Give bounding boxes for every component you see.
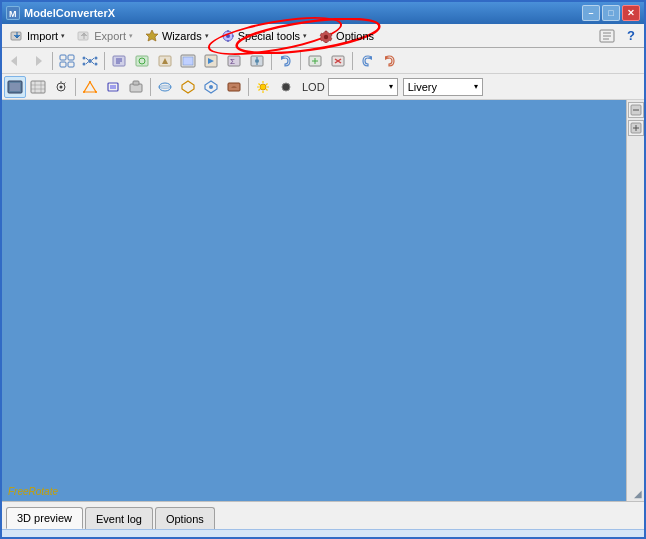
menu-right-btn1[interactable] (596, 25, 618, 47)
svg-rect-75 (110, 85, 116, 89)
tab-3d-preview-label: 3D preview (17, 512, 72, 524)
svg-point-71 (89, 81, 91, 83)
import-arrow: ▾ (61, 32, 65, 40)
menu-help-btn[interactable]: ? (620, 25, 642, 47)
view-btn-8[interactable] (177, 76, 199, 98)
export-label: Export (94, 30, 126, 42)
view-btn-5[interactable] (102, 76, 124, 98)
view-btn-6[interactable] (125, 76, 147, 98)
view-btn-1[interactable] (4, 76, 26, 98)
window-title: ModelConverterX (24, 7, 115, 19)
view-btn-9[interactable] (200, 76, 222, 98)
svg-marker-20 (36, 56, 42, 66)
livery-dropdown[interactable]: Livery ▾ (403, 78, 483, 96)
svg-line-31 (92, 58, 94, 60)
lod-dropdown[interactable]: ▾ (328, 78, 398, 96)
svg-marker-19 (11, 56, 17, 66)
sep-3 (271, 52, 272, 70)
import-label: Import (27, 30, 58, 42)
menu-import[interactable]: Import ▾ (4, 26, 71, 46)
svg-point-94 (282, 83, 290, 91)
resize-grip[interactable]: ◢ (634, 488, 642, 499)
bottom-strip (2, 529, 644, 537)
right-tb-btn-2[interactable] (628, 120, 644, 136)
tb-btn-4[interactable] (177, 50, 199, 72)
right-toolbar (626, 100, 644, 501)
tb-btn-8[interactable] (304, 50, 326, 72)
svg-point-8 (226, 34, 230, 38)
svg-line-93 (259, 89, 261, 91)
svg-rect-21 (60, 55, 66, 60)
tb-btn-2[interactable] (131, 50, 153, 72)
maximize-button[interactable]: □ (602, 5, 620, 21)
sep-v3 (248, 78, 249, 96)
tb-btn-7[interactable] (246, 50, 268, 72)
tab-options[interactable]: Options (155, 507, 215, 529)
svg-rect-60 (10, 83, 20, 91)
main-viewport[interactable]: FreeRotate ◢ (2, 100, 644, 501)
tab-3d-preview[interactable]: 3D preview (6, 507, 83, 529)
svg-text:Σ: Σ (230, 57, 235, 66)
minimize-button[interactable]: – (582, 5, 600, 21)
export-icon (77, 29, 91, 43)
title-bar-buttons: – □ ✕ (582, 5, 640, 21)
app-icon: M (6, 6, 20, 20)
svg-line-90 (259, 83, 261, 85)
main-window: M ModelConverterX – □ ✕ Import ▾ (0, 0, 646, 539)
svg-marker-6 (146, 30, 158, 41)
tb-btn-3[interactable] (154, 50, 176, 72)
svg-line-92 (266, 83, 268, 85)
svg-line-30 (86, 58, 88, 60)
svg-point-26 (83, 56, 86, 59)
svg-text:M: M (9, 9, 17, 19)
view-btn-7[interactable] (154, 76, 176, 98)
tab-event-log[interactable]: Event log (85, 507, 153, 529)
freerotate-label: FreeRotate (8, 486, 58, 497)
tab-options-label: Options (166, 513, 204, 525)
view-sun-btn[interactable] (252, 76, 274, 98)
wizards-icon (145, 29, 159, 43)
sep-v2 (150, 78, 151, 96)
toolbar-1: Σ (2, 48, 644, 74)
livery-arrow: ▾ (474, 82, 478, 91)
view-moon-btn[interactable] (275, 76, 297, 98)
tb-btn-1[interactable] (108, 50, 130, 72)
svg-marker-81 (182, 81, 194, 93)
svg-marker-70 (84, 82, 96, 92)
lod-label: LOD (302, 81, 325, 93)
right-tb-btn-1[interactable] (628, 102, 644, 118)
tb-undo[interactable] (275, 50, 297, 72)
menu-special-tools[interactable]: Special tools ▾ (215, 26, 313, 46)
sep-1 (52, 52, 53, 70)
sep-4 (300, 52, 301, 70)
network-button[interactable] (79, 50, 101, 72)
forward-button[interactable] (27, 50, 49, 72)
tab-bar: 3D preview Event log Options (2, 501, 644, 529)
svg-point-72 (95, 91, 97, 93)
title-bar-left: M ModelConverterX (6, 6, 115, 20)
menu-export[interactable]: Export ▾ (71, 26, 139, 46)
view-btn-10[interactable] (223, 76, 245, 98)
menu-wizards[interactable]: Wizards ▾ (139, 26, 215, 46)
sep-2 (104, 52, 105, 70)
tb-btn-6[interactable]: Σ (223, 50, 245, 72)
menu-options[interactable]: Options (313, 26, 380, 46)
svg-point-83 (209, 85, 213, 89)
view-btn-4[interactable] (79, 76, 101, 98)
view-btn-3[interactable] (50, 76, 72, 98)
view-btn-2[interactable] (27, 76, 49, 98)
svg-point-14 (324, 34, 328, 38)
close-button[interactable]: ✕ (622, 5, 640, 21)
options-label: Options (336, 30, 374, 42)
tb-btn-9[interactable] (327, 50, 349, 72)
svg-point-73 (83, 91, 85, 93)
tb-undo2[interactable] (356, 50, 378, 72)
tb-btn-5[interactable] (200, 50, 222, 72)
svg-point-67 (60, 85, 63, 88)
back-button[interactable] (4, 50, 26, 72)
zoom-fit-button[interactable] (56, 50, 78, 72)
svg-line-69 (64, 82, 66, 84)
svg-point-28 (83, 62, 86, 65)
wizards-label: Wizards (162, 30, 202, 42)
tb-redo2[interactable] (379, 50, 401, 72)
